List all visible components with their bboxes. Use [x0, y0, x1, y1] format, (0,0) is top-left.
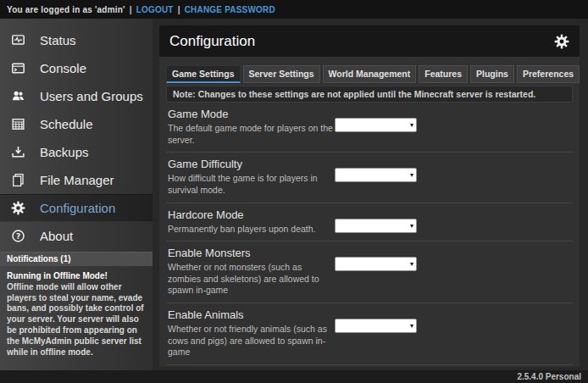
page-title: Configuration [169, 33, 255, 50]
setting-title: Game Mode [168, 108, 335, 120]
sidebar-item-configuration[interactable]: Configuration [0, 194, 153, 222]
setting-title: Enable Monsters [168, 247, 335, 259]
setting-text: Game Difficulty How difficult the game i… [168, 158, 335, 196]
sidebar-item-label: Backups [40, 145, 89, 159]
change-password-link[interactable]: CHANGE PASSWORD [185, 5, 275, 14]
setting-description: Permanently ban players upon death. [168, 224, 337, 236]
setting-description: The default game mode for players on the… [168, 123, 337, 146]
setting-select[interactable]: ▾ [335, 168, 417, 182]
console-icon [11, 61, 25, 75]
setting-select[interactable]: ▾ [335, 319, 417, 333]
gear-icon[interactable] [554, 34, 569, 49]
sidebar: Status Console Users and Groups Schedule… [0, 19, 153, 370]
setting-text: Enable Monsters Whether or not monsters … [168, 247, 335, 297]
main-header: Configuration [159, 25, 580, 57]
setting-row-enable-npcs: Enable NPCs Whether or not friendly mobs… [166, 365, 573, 367]
sidebar-item-console[interactable]: Console [0, 54, 153, 82]
chevron-down-icon: ▾ [410, 220, 413, 231]
top-bar: You are logged in as 'admin' | LOGOUT | … [0, 0, 588, 19]
notifications-header: Notifications (1) [0, 252, 153, 266]
setting-row-hardcore-mode: Hardcore Mode Permanently ban players up… [166, 203, 573, 242]
separator: | [178, 5, 180, 14]
sidebar-item-file-manager[interactable]: File Manager [0, 166, 153, 194]
sidebar-item-label: Configuration [40, 201, 115, 215]
chevron-down-icon: ▾ [410, 320, 413, 331]
tab-plugins[interactable]: Plugins [470, 65, 514, 83]
setting-text: Enable Animals Whether or not friendly a… [168, 308, 335, 358]
chevron-down-icon: ▾ [410, 119, 413, 130]
sidebar-item-label: Console [40, 61, 86, 75]
sidebar-item-label: About [40, 229, 73, 243]
setting-select[interactable]: ▾ [335, 257, 417, 271]
session-text: You are logged in as 'admin' [7, 5, 125, 14]
footer-bar: 2.5.4.0 Personal [0, 370, 588, 383]
sidebar-item-label: Schedule [40, 117, 93, 131]
question-mark-icon: ? [11, 229, 25, 243]
restart-note: Note: Changes to these settings are not … [166, 86, 573, 103]
sidebar-item-label: File Manager [40, 173, 114, 187]
status-monitor-icon [11, 33, 25, 47]
tab-game-settings[interactable]: Game Settings [166, 65, 241, 83]
schedule-grid-icon [11, 117, 25, 131]
chevron-down-icon: ▾ [410, 258, 413, 269]
setting-row-game-mode: Game Mode The default game mode for play… [166, 103, 573, 153]
logout-link[interactable]: LOGOUT [136, 5, 174, 14]
sidebar-item-backups[interactable]: Backups [0, 138, 153, 166]
tab-preferences[interactable]: Preferences [517, 65, 580, 83]
sidebar-item-about[interactable]: ? About [0, 222, 153, 250]
sidebar-nav: Status Console Users and Groups Schedule… [0, 19, 153, 250]
backup-download-icon [11, 145, 25, 159]
notification-title: Running in Offline Mode! [7, 271, 108, 280]
setting-title: Game Difficulty [168, 158, 335, 170]
gear-icon [11, 201, 25, 215]
setting-text: Game Mode The default game mode for play… [168, 108, 335, 146]
sidebar-item-schedule[interactable]: Schedule [0, 110, 153, 138]
setting-description: Whether or not friendly animals (such as… [168, 324, 337, 358]
tab-world-management[interactable]: World Management [323, 65, 417, 83]
svg-text:?: ? [16, 232, 20, 241]
file-manager-icon [11, 173, 25, 187]
setting-text: Hardcore Mode Permanently ban players up… [168, 208, 335, 236]
separator: | [130, 5, 132, 14]
setting-row-game-difficulty: Game Difficulty How difficult the game i… [166, 153, 573, 203]
tab-server-settings[interactable]: Server Settings [243, 65, 320, 83]
version-text: 2.5.4.0 Personal [517, 372, 581, 381]
setting-row-enable-animals: Enable Animals Whether or not friendly a… [166, 303, 573, 365]
setting-select[interactable]: ▾ [335, 219, 417, 233]
main-panel: Configuration Game SettingsServer Settin… [159, 25, 580, 367]
setting-title: Hardcore Mode [168, 208, 335, 221]
setting-description: How difficult the game is for players in… [168, 173, 337, 196]
sidebar-item-users-and-groups[interactable]: Users and Groups [0, 82, 153, 110]
main-content: Game SettingsServer SettingsWorld Manage… [159, 57, 580, 367]
sidebar-item-status[interactable]: Status [0, 26, 153, 54]
setting-description: Whether or not monsters (such as zombies… [168, 262, 337, 297]
tab-features[interactable]: Features [419, 65, 468, 83]
sidebar-item-label: Status [40, 33, 76, 47]
notifications-panel: Notifications (1) Running in Offline Mod… [0, 252, 153, 363]
setting-row-enable-monsters: Enable Monsters Whether or not monsters … [166, 241, 573, 303]
setting-select[interactable]: ▾ [335, 118, 417, 132]
chevron-down-icon: ▾ [410, 169, 413, 180]
settings-list: Game Mode The default game mode for play… [166, 103, 573, 367]
notification-text: Offline mode will allow other players to… [7, 282, 144, 357]
setting-title: Enable Animals [168, 308, 335, 321]
sidebar-item-label: Users and Groups [40, 89, 143, 103]
tab-bar: Game SettingsServer SettingsWorld Manage… [166, 65, 573, 83]
users-icon [11, 89, 25, 103]
notification-body: Running in Offline Mode! Offline mode wi… [0, 266, 153, 363]
